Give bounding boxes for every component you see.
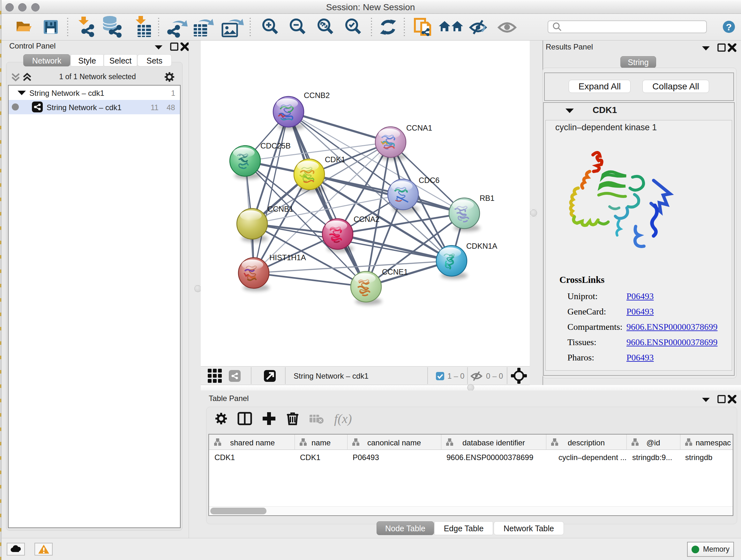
- svg-text:CCNB2: CCNB2: [304, 91, 330, 100]
- svg-text:database identifier: database identifier: [462, 438, 525, 447]
- svg-text:CCNA2: CCNA2: [354, 215, 380, 224]
- svg-text:1 – 0: 1 – 0: [448, 372, 464, 380]
- svg-text:shared name: shared name: [230, 438, 275, 447]
- svg-text:name: name: [312, 438, 331, 447]
- svg-text:description: description: [568, 438, 605, 447]
- svg-text:@id: @id: [646, 438, 660, 447]
- svg-text:namespac: namespac: [696, 438, 731, 447]
- svg-text:CDC6: CDC6: [419, 176, 440, 185]
- svg-text:CDC25B: CDC25B: [260, 141, 291, 150]
- svg-text:CDK1: CDK1: [325, 155, 345, 164]
- svg-text:CDKN1A: CDKN1A: [466, 242, 497, 250]
- svg-text:HIST1H1A: HIST1H1A: [269, 253, 306, 262]
- svg-text:?: ?: [726, 22, 732, 32]
- svg-text:CCNB1: CCNB1: [267, 205, 293, 213]
- svg-text:f(x): f(x): [334, 412, 352, 426]
- svg-text:canonical name: canonical name: [367, 438, 421, 447]
- svg-text:RB1: RB1: [480, 194, 495, 202]
- svg-text:0 – 0: 0 – 0: [486, 372, 503, 380]
- svg-text:CCNA1: CCNA1: [406, 124, 432, 132]
- svg-text:String Network – cdk1: String Network – cdk1: [293, 372, 368, 380]
- svg-text:CCNE1: CCNE1: [382, 267, 408, 276]
